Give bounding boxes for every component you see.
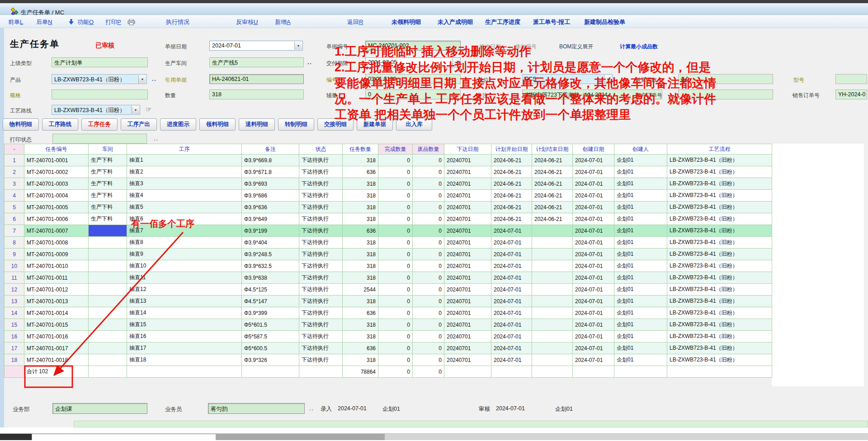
grid-cell[interactable]: 20240701: [444, 213, 491, 225]
grid-cell[interactable]: 0: [378, 225, 413, 237]
column-header[interactable]: 完成数量: [378, 144, 413, 155]
grid-cell[interactable]: LB-ZXWB723-B-41（旧粉）: [667, 155, 772, 166]
grid-cell[interactable]: [127, 366, 242, 378]
grid-cell[interactable]: 抽直4: [127, 190, 242, 202]
calendar-dropdown-icon[interactable]: ▼: [294, 42, 302, 50]
grid-cell[interactable]: [299, 366, 343, 378]
print-status-lookup-button[interactable]: ..: [154, 136, 159, 142]
grid-cell[interactable]: 318: [343, 155, 378, 166]
row-number[interactable]: 10: [5, 260, 24, 272]
model-field[interactable]: [835, 74, 867, 84]
row-number[interactable]: [5, 366, 24, 378]
grid-cell[interactable]: Φ5*601.5: [242, 319, 299, 331]
grid-cell[interactable]: 抽直15: [127, 319, 242, 331]
dispatch-report-link[interactable]: 派工单号-报工: [533, 18, 570, 26]
row-number[interactable]: 3: [5, 178, 24, 190]
grid-cell[interactable]: [532, 284, 573, 296]
grid-cell[interactable]: 2024-06-21: [532, 155, 573, 166]
grid-cell[interactable]: 0: [413, 237, 444, 249]
grid-cell[interactable]: 0: [413, 319, 444, 331]
tab-1[interactable]: 物料明细: [3, 118, 39, 131]
grid-cell[interactable]: LB-ZXWB723-B-41（旧粉）: [667, 237, 772, 249]
unfinished-product-link[interactable]: 未入产成明细: [438, 18, 473, 26]
grid-cell[interactable]: MT-240701-0007: [24, 225, 89, 237]
row-number[interactable]: 14: [5, 307, 24, 319]
grid-cell[interactable]: 20240701: [444, 260, 491, 272]
grid-cell[interactable]: 下达待执行: [299, 272, 343, 284]
grid-cell[interactable]: 企划01: [614, 307, 667, 319]
grid-cell[interactable]: [573, 366, 614, 378]
grid-cell[interactable]: MT-240701-0002: [24, 166, 89, 178]
grid-cell[interactable]: MT-240701-0018: [24, 354, 89, 366]
grid-cell[interactable]: 20240701: [444, 354, 491, 366]
grid-cell[interactable]: 生产下料: [89, 166, 127, 178]
grid-cell[interactable]: MT-240701-0011: [24, 272, 89, 284]
grid-cell[interactable]: 2024-07-01: [491, 260, 532, 272]
column-header[interactable]: 车间: [89, 144, 127, 155]
grid-cell[interactable]: 2024-07-01: [573, 202, 614, 213]
grid-cell[interactable]: Φ4.5*125: [242, 284, 299, 296]
grid-cell[interactable]: 318: [343, 272, 378, 284]
grid-cell[interactable]: 抽直12: [127, 284, 242, 296]
grid-cell[interactable]: 20240701: [444, 155, 491, 166]
grid-cell[interactable]: 下达待执行: [299, 284, 343, 296]
person-lookup-button[interactable]: ..: [309, 405, 314, 412]
dept-field[interactable]: 企划课: [52, 403, 147, 414]
grid-cell[interactable]: 抽直11: [127, 272, 242, 284]
grid-cell[interactable]: 0: [378, 284, 413, 296]
grid-cell[interactable]: 0: [378, 366, 413, 378]
grid-cell[interactable]: 2024-06-21: [491, 166, 532, 178]
grid-cell[interactable]: 0: [378, 213, 413, 225]
workshop-field[interactable]: 生产产线5: [209, 57, 304, 67]
grid-cell[interactable]: 抽直5: [127, 202, 242, 213]
grid-cell[interactable]: 抽直10: [127, 260, 242, 272]
unaudit-button[interactable]: 反审核U: [236, 18, 258, 26]
grid-cell[interactable]: 生产下料: [89, 178, 127, 190]
grid-cell[interactable]: 0: [378, 296, 413, 307]
grid-cell[interactable]: 0: [413, 342, 444, 354]
grid-cell[interactable]: 抽直1: [127, 155, 242, 166]
grid-cell[interactable]: 0: [413, 307, 444, 319]
grid-cell[interactable]: Φ3.9*693: [242, 178, 299, 190]
row-number[interactable]: 4: [5, 190, 24, 202]
grid-cell[interactable]: 2024-07-01: [573, 342, 614, 354]
grid-cell[interactable]: 0: [378, 178, 413, 190]
prev-doc-button[interactable]: 前单L: [8, 18, 23, 26]
grid-cell[interactable]: [89, 237, 127, 249]
sales-order-field[interactable]: YH-2024-0: [835, 89, 867, 99]
grid-cell[interactable]: 0: [378, 202, 413, 213]
grid-cell[interactable]: 下达待执行: [299, 354, 343, 366]
grid-cell[interactable]: Φ3.9*404: [242, 237, 299, 249]
grid-cell[interactable]: LB-ZXWB723-B-41（旧粉）: [667, 331, 772, 342]
row-number[interactable]: 7: [5, 225, 24, 237]
grid-cell[interactable]: Φ4.5*147: [242, 296, 299, 307]
workshop-lookup-button[interactable]: ..: [307, 59, 312, 66]
grid-cell[interactable]: 下达待执行: [299, 155, 343, 166]
grid-cell[interactable]: 20240701: [444, 178, 491, 190]
grid-cell[interactable]: 20240701: [444, 202, 491, 213]
grid-cell[interactable]: LB-ZXWB723-B-41（旧粉）: [667, 178, 772, 190]
grid-cell[interactable]: [89, 296, 127, 307]
grid-cell[interactable]: 636: [343, 307, 378, 319]
grid-cell[interactable]: 0: [413, 296, 444, 307]
grid-cell[interactable]: 2024-07-01: [573, 225, 614, 237]
grid-cell[interactable]: 20240701: [444, 307, 491, 319]
new-inspection-link[interactable]: 新建制品检验单: [584, 18, 625, 26]
product-lookup-button[interactable]: ..: [152, 76, 157, 82]
grid-cell[interactable]: 0: [413, 202, 444, 213]
grid-cell[interactable]: 下达待执行: [299, 190, 343, 202]
grid-cell[interactable]: [89, 272, 127, 284]
grid-cell[interactable]: 318: [343, 202, 378, 213]
person-field[interactable]: 蒋匀韵: [208, 403, 305, 414]
grid-cell[interactable]: [532, 272, 573, 284]
qty-field[interactable]: 318: [209, 89, 304, 99]
grid-cell[interactable]: [89, 284, 127, 296]
grid-cell[interactable]: 下达待执行: [299, 166, 343, 178]
grid-cell[interactable]: 20240701: [444, 331, 491, 342]
grid-cell[interactable]: 企划01: [614, 190, 667, 202]
column-header[interactable]: 状态: [299, 144, 343, 155]
grid-cell[interactable]: [89, 307, 127, 319]
grid-cell[interactable]: 2024-07-01: [573, 307, 614, 319]
grid-cell[interactable]: 0: [378, 155, 413, 166]
grid-cell[interactable]: 下达待执行: [299, 249, 343, 260]
